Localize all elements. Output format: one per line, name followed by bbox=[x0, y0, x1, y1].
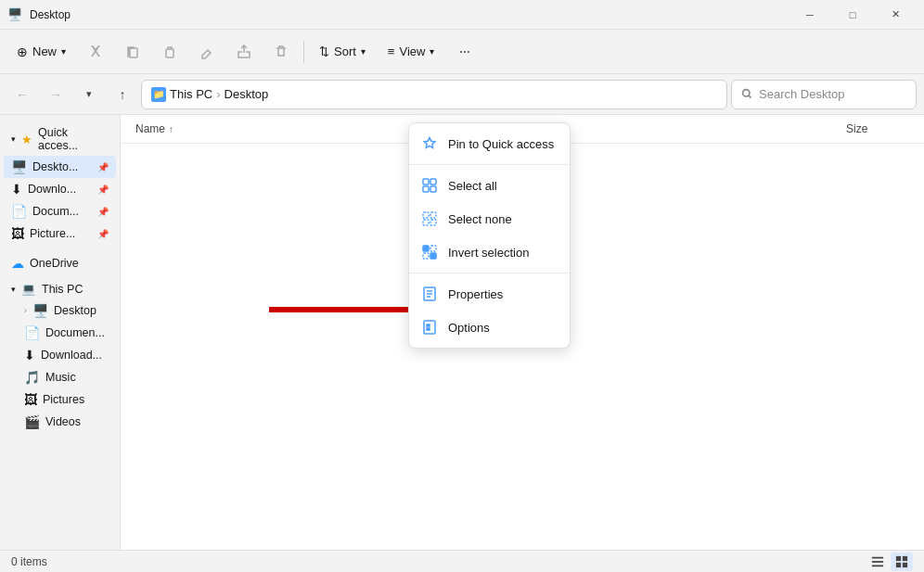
sidebar-item-label: Pictures bbox=[43, 393, 84, 406]
toolbar: ⊕ New ▾ ⇅ Sort ▾ ≡ View ▾ ··· bbox=[0, 30, 924, 74]
column-name[interactable]: Name ↑ bbox=[121, 119, 399, 139]
svg-rect-11 bbox=[423, 220, 429, 225]
svg-rect-20 bbox=[872, 561, 883, 563]
svg-rect-23 bbox=[903, 555, 907, 560]
forward-button[interactable]: → bbox=[41, 80, 71, 109]
minimize-button[interactable]: ─ bbox=[789, 0, 831, 30]
window-controls: ─ □ ✕ bbox=[789, 0, 917, 30]
menu-item-select-none[interactable]: Select none bbox=[409, 202, 570, 235]
new-button[interactable]: ⊕ New ▾ bbox=[7, 39, 75, 65]
this-pc-label: This PC bbox=[42, 283, 83, 296]
quick-access-label: Quick acces... bbox=[38, 126, 109, 152]
breadcrumb-desktop: Desktop bbox=[225, 87, 269, 101]
svg-rect-6 bbox=[430, 179, 436, 184]
breadcrumb[interactable]: 📁 This PC › Desktop bbox=[141, 80, 727, 109]
sidebar-item-label: Desktop bbox=[54, 304, 96, 317]
svg-rect-16 bbox=[430, 253, 436, 259]
sidebar-item-this-pc-documents[interactable]: 📄 Documen... bbox=[4, 322, 116, 344]
music-icon: 🎵 bbox=[24, 370, 40, 385]
sidebar-item-label: Deskto... bbox=[32, 160, 78, 173]
sort-dropdown-icon: ▾ bbox=[361, 46, 366, 57]
main-content: ▾ ★ Quick acces... 🖥️ Deskto... 📌 ⬇ Down… bbox=[0, 115, 924, 550]
sidebar-item-this-pc-pictures[interactable]: 🖼 Pictures bbox=[4, 388, 116, 411]
pin-icon: 📌 bbox=[97, 207, 109, 217]
sidebar-item-this-pc-desktop[interactable]: › 🖥️ Desktop bbox=[4, 299, 116, 322]
sidebar-item-label: Videos bbox=[45, 415, 81, 428]
back-button[interactable]: ← bbox=[7, 80, 37, 109]
more-button[interactable]: ··· bbox=[447, 35, 481, 69]
pin-icon: 📌 bbox=[97, 162, 109, 172]
properties-icon bbox=[420, 285, 439, 303]
cut-button[interactable] bbox=[79, 35, 112, 69]
new-icon: ⊕ bbox=[17, 44, 28, 59]
sidebar-item-documents[interactable]: 📄 Docum... 📌 bbox=[4, 200, 116, 222]
sort-button[interactable]: ⇅ Sort ▾ bbox=[310, 39, 375, 64]
svg-rect-25 bbox=[903, 562, 907, 566]
search-box[interactable]: Search Desktop bbox=[731, 80, 917, 109]
pin-icon: 📌 bbox=[97, 229, 109, 239]
new-dropdown-icon: ▾ bbox=[61, 46, 66, 57]
sidebar-item-this-pc-downloads[interactable]: ⬇ Download... bbox=[4, 344, 116, 366]
sidebar-item-label: Documen... bbox=[45, 326, 105, 339]
svg-rect-21 bbox=[872, 565, 883, 566]
sidebar-item-quick-access[interactable]: ▾ ★ Quick acces... bbox=[4, 122, 116, 156]
svg-rect-14 bbox=[430, 246, 436, 251]
sidebar-item-this-pc-music[interactable]: 🎵 Music bbox=[4, 366, 116, 388]
pictures-icon: 🖼 bbox=[11, 226, 24, 241]
up-button[interactable]: ↑ bbox=[108, 80, 137, 109]
detail-view-button[interactable] bbox=[891, 553, 913, 571]
column-size[interactable]: Size bbox=[831, 119, 924, 139]
list-view-button[interactable] bbox=[866, 553, 889, 571]
options-icon bbox=[420, 318, 439, 337]
sidebar-item-desktop[interactable]: 🖥️ Deskto... 📌 bbox=[4, 156, 116, 178]
sidebar-item-downloads[interactable]: ⬇ Downlo... 📌 bbox=[4, 178, 116, 200]
sidebar-item-pictures[interactable]: 🖼 Picture... 📌 bbox=[4, 222, 116, 245]
svg-rect-5 bbox=[423, 179, 429, 184]
sidebar-item-this-pc-videos[interactable]: 🎬 Videos bbox=[4, 411, 116, 433]
paste-button[interactable] bbox=[153, 35, 186, 69]
svg-rect-1 bbox=[166, 49, 173, 57]
breadcrumb-this-pc: This PC bbox=[170, 87, 212, 101]
items-count: 0 items bbox=[11, 555, 47, 568]
videos-icon: 🎬 bbox=[24, 414, 40, 429]
sidebar-item-label: Picture... bbox=[30, 227, 75, 240]
invert-icon bbox=[420, 243, 439, 261]
svg-rect-19 bbox=[872, 556, 883, 558]
svg-point-2 bbox=[743, 90, 750, 96]
document-icon: 📄 bbox=[11, 204, 27, 219]
app-icon: 🖥️ bbox=[7, 7, 22, 22]
col-size-label: Size bbox=[846, 122, 867, 135]
rename-button[interactable] bbox=[190, 35, 224, 69]
addressbar: ← → ▾ ↑ 📁 This PC › Desktop Search Deskt… bbox=[0, 74, 924, 115]
view-button[interactable]: ≡ View ▾ bbox=[379, 39, 444, 64]
maximize-button[interactable]: □ bbox=[831, 0, 874, 30]
menu-item-invert-selection[interactable]: Invert selection bbox=[409, 235, 570, 269]
menu-item-label: Pin to Quick access bbox=[448, 137, 554, 151]
menu-item-label: Options bbox=[448, 321, 490, 335]
new-label: New bbox=[32, 44, 57, 58]
sort-label: Sort bbox=[334, 44, 356, 58]
view-dropdown-icon: ▾ bbox=[430, 46, 434, 57]
menu-item-properties[interactable]: Properties bbox=[409, 277, 570, 311]
sidebar: ▾ ★ Quick acces... 🖥️ Deskto... 📌 ⬇ Down… bbox=[0, 115, 121, 550]
menu-item-select-all[interactable]: Select all bbox=[409, 169, 570, 202]
menu-item-options[interactable]: Options bbox=[409, 311, 570, 344]
sidebar-item-this-pc-header[interactable]: ▾ 💻 This PC bbox=[4, 278, 116, 299]
menu-item-pin-quick-access[interactable]: Pin to Quick access bbox=[409, 127, 570, 160]
copy-button[interactable] bbox=[116, 35, 149, 69]
sidebar-item-label: Downlo... bbox=[28, 183, 76, 196]
chevron-down-icon: ▾ bbox=[11, 134, 16, 144]
sidebar-item-onedrive[interactable]: ☁ OneDrive bbox=[4, 252, 116, 274]
view-icon: ≡ bbox=[388, 44, 395, 58]
close-button[interactable]: ✕ bbox=[874, 0, 917, 30]
this-pc-icon: 💻 bbox=[21, 282, 36, 296]
chevron-right-icon: › bbox=[24, 306, 27, 315]
pin-icon: 📌 bbox=[97, 184, 109, 195]
recent-button[interactable]: ▾ bbox=[74, 80, 104, 109]
sort-icon: ⇅ bbox=[319, 44, 329, 58]
col-name-label: Name bbox=[135, 122, 165, 135]
svg-rect-10 bbox=[430, 212, 436, 218]
sidebar-item-label: Music bbox=[45, 371, 76, 384]
share-button[interactable] bbox=[227, 35, 261, 69]
delete-button[interactable] bbox=[264, 35, 298, 69]
